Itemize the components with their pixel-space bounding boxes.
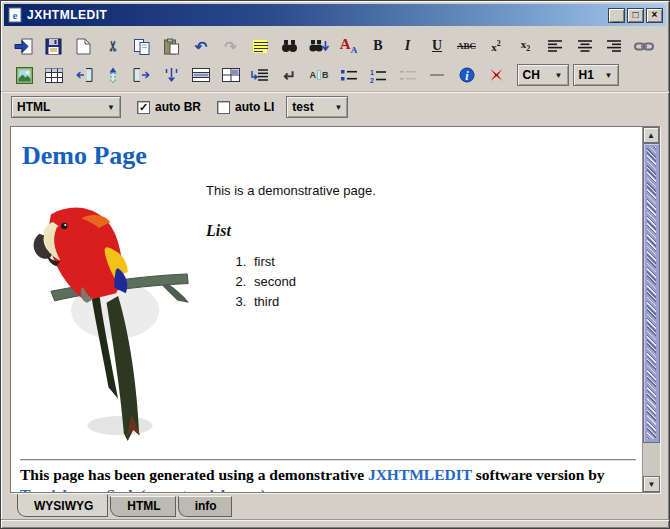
merge-row-button[interactable] [188, 63, 214, 87]
auto-li-checkbox[interactable]: auto LI [217, 100, 274, 114]
checkbox-box [217, 101, 230, 114]
checkbox-box: ✓ [137, 101, 150, 114]
close-icon: × [652, 10, 658, 20]
auto-br-checkbox[interactable]: ✓ auto BR [137, 100, 201, 114]
horizontal-rule-icon [430, 74, 444, 76]
undo-icon: ↶ [195, 39, 208, 54]
copy-button[interactable] [129, 34, 155, 58]
chevron-down-icon: ▼ [555, 71, 563, 80]
find-next-button[interactable] [306, 34, 332, 58]
svg-text:1: 1 [370, 68, 374, 75]
new-document-icon [76, 38, 91, 55]
tab-wysiwyg[interactable]: WYSIWYG [17, 494, 108, 517]
delete-button[interactable] [483, 63, 509, 87]
editor-area: Demo Page [10, 126, 660, 493]
scroll-down-button[interactable]: ▼ [643, 476, 660, 492]
italic-button[interactable]: I [395, 34, 421, 58]
maximize-button[interactable]: □ [627, 8, 644, 23]
find-next-icon [309, 39, 329, 54]
titlebar[interactable]: e JXHTMLEDIT _ □ × [4, 4, 666, 26]
document-body: This is a demonstrative page. List first… [20, 183, 636, 309]
scrollbar-thumb[interactable] [643, 143, 660, 443]
find-button[interactable] [277, 34, 303, 58]
indent-block-button[interactable] [247, 63, 273, 87]
delete-column-button[interactable] [100, 63, 126, 87]
maximize-icon: □ [632, 10, 638, 20]
toolbar-main: ✂↶↷AABIUABCx2x2 [1, 26, 669, 60]
paste-button[interactable] [159, 34, 185, 58]
minimize-button[interactable]: _ [608, 8, 625, 23]
insert-column-after-button[interactable] [129, 63, 155, 87]
numbered-list-button[interactable]: 12 [365, 63, 391, 87]
new-document-button[interactable] [70, 34, 96, 58]
open-document-button[interactable] [11, 34, 37, 58]
document-footer: This page has been generated using a dem… [20, 465, 636, 492]
footer-link-jxhtmledit[interactable]: JXHTMLEDIT [368, 466, 472, 483]
insert-row-button[interactable] [159, 63, 185, 87]
strikethrough-button[interactable]: ABC [454, 34, 480, 58]
test-combo-value: test [292, 100, 313, 114]
merge-row-icon [192, 68, 210, 82]
svg-text:2: 2 [370, 76, 374, 83]
bold-icon: B [373, 39, 382, 53]
save-button[interactable] [41, 34, 67, 58]
cut-button[interactable]: ✂ [100, 34, 126, 58]
footer-link-tecnick[interactable]: Tecnick.com S.r.l. (www.tecnick.com) [20, 486, 266, 492]
superscript-icon: x2 [491, 40, 501, 53]
redo-button: ↷ [218, 34, 244, 58]
parrot-image [24, 187, 192, 459]
align-center-button[interactable] [572, 34, 598, 58]
select-all-button[interactable] [247, 34, 273, 58]
strikethrough-icon: ABC [457, 42, 476, 51]
align-right-button[interactable] [601, 34, 627, 58]
tab-html[interactable]: HTML [110, 496, 175, 517]
subscript-icon: x2 [521, 39, 531, 53]
scroll-down-icon: ▼ [648, 480, 656, 489]
bold-button[interactable]: B [365, 34, 391, 58]
info-icon: i [459, 67, 475, 83]
wysiwyg-editor[interactable]: Demo Page [11, 127, 642, 492]
merge-cell-icon [222, 68, 240, 82]
test-combo[interactable]: test ▼ [286, 96, 348, 118]
scroll-up-button[interactable]: ▲ [643, 127, 659, 143]
underline-icon: U [432, 39, 442, 53]
delete-icon [489, 68, 504, 82]
font-style-icon: AA [340, 37, 357, 55]
align-left-icon [547, 39, 563, 53]
non-breaking-space-button[interactable]: AB [306, 63, 332, 87]
scrollbar-track[interactable] [643, 443, 660, 476]
underline-button[interactable]: U [424, 34, 450, 58]
view-tabbar: WYSIWYGHTMLinfo [1, 493, 669, 519]
application-window: e JXHTMLEDIT _ □ × ✂↶↷AABIUABCx2x2 ↵AB12… [0, 0, 670, 529]
subscript-button[interactable]: x2 [513, 34, 539, 58]
line-break-button[interactable]: ↵ [277, 63, 303, 87]
align-left-button[interactable] [542, 34, 568, 58]
mode-combo[interactable]: HTML ▼ [11, 96, 121, 118]
line-break-icon: ↵ [283, 68, 296, 83]
tab-info[interactable]: info [178, 496, 232, 517]
info-button[interactable]: i [454, 63, 480, 87]
indent-block-icon [251, 68, 269, 83]
scroll-up-icon: ▲ [647, 131, 655, 140]
insert-column-before-button[interactable] [70, 63, 96, 87]
open-document-icon [14, 38, 34, 55]
insert-table-button[interactable] [41, 63, 67, 87]
undo-button[interactable]: ↶ [188, 34, 214, 58]
vertical-scrollbar[interactable]: ▲ ▼ [642, 127, 659, 492]
insert-image-button[interactable] [11, 63, 37, 87]
list-item: third [250, 294, 636, 309]
align-right-icon [606, 39, 622, 53]
heading-combo[interactable]: H1 ▼ [573, 64, 619, 86]
style-combo[interactable]: CH ▼ [517, 64, 569, 86]
font-style-button[interactable]: AA [336, 34, 362, 58]
merge-cell-button[interactable] [218, 63, 244, 87]
superscript-button[interactable]: x2 [483, 34, 509, 58]
insert-link-icon [634, 41, 654, 52]
horizontal-rule-button[interactable] [424, 63, 450, 87]
insert-link-button[interactable] [631, 34, 657, 58]
bullet-list-button[interactable] [336, 63, 362, 87]
chevron-down-icon: ▼ [107, 103, 115, 112]
select-all-icon [252, 39, 269, 54]
save-icon [45, 38, 62, 55]
close-button[interactable]: × [646, 8, 663, 23]
